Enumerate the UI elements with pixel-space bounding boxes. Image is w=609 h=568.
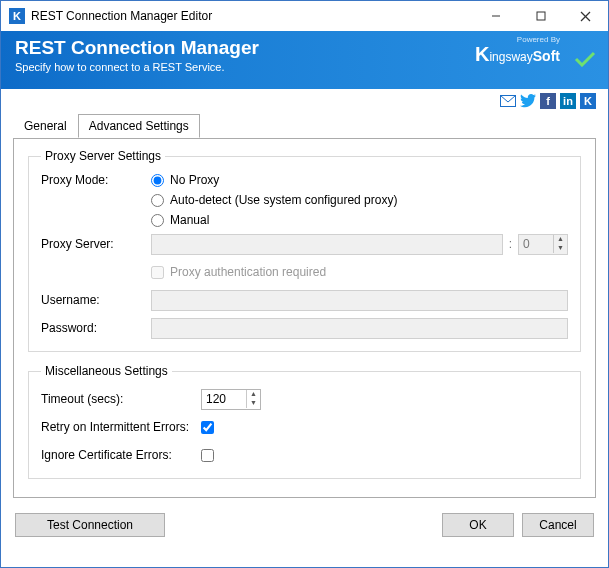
timeout-step-down-icon[interactable]: ▼	[247, 399, 260, 408]
tab-content: Proxy Server Settings Proxy Mode: No Pro…	[13, 138, 596, 498]
linkedin-icon[interactable]: in	[560, 93, 576, 109]
window-controls	[473, 1, 608, 31]
port-step-up-icon[interactable]: ▲	[554, 235, 567, 244]
proxy-auth-checkbox[interactable]	[151, 266, 164, 279]
username-input[interactable]	[151, 290, 568, 311]
ignore-cert-checkbox[interactable]	[201, 449, 214, 462]
radio-manual-input[interactable]	[151, 214, 164, 227]
radio-auto-detect-input[interactable]	[151, 194, 164, 207]
retry-checkbox[interactable]	[201, 421, 214, 434]
proxy-legend: Proxy Server Settings	[41, 149, 165, 163]
check-badge-icon	[574, 51, 596, 67]
password-label: Password:	[41, 321, 151, 335]
app-icon: K	[9, 8, 25, 24]
kingsway-icon[interactable]: K	[580, 93, 596, 109]
proxy-server-label: Proxy Server:	[41, 237, 151, 251]
proxy-auth-required[interactable]: Proxy authentication required	[151, 265, 326, 279]
proxy-mode-label: Proxy Mode:	[41, 173, 151, 187]
ignore-cert-label: Ignore Certificate Errors:	[41, 448, 201, 462]
port-separator: :	[503, 237, 518, 251]
proxy-server-input[interactable]	[151, 234, 503, 255]
footer: Test Connection OK Cancel	[1, 508, 608, 548]
social-bar: f in K	[1, 89, 608, 113]
username-label: Username:	[41, 293, 151, 307]
header-banner: REST Connection Manager Specify how to c…	[1, 31, 608, 89]
radio-auto-detect[interactable]: Auto-detect (Use system configured proxy…	[151, 193, 397, 207]
minimize-button[interactable]	[473, 1, 518, 31]
tab-advanced-settings[interactable]: Advanced Settings	[78, 114, 200, 138]
mail-icon[interactable]	[500, 93, 516, 109]
radio-no-proxy[interactable]: No Proxy	[151, 173, 397, 187]
close-button[interactable]	[563, 1, 608, 31]
ok-button[interactable]: OK	[442, 513, 514, 537]
cancel-button[interactable]: Cancel	[522, 513, 594, 537]
timeout-step-up-icon[interactable]: ▲	[247, 390, 260, 399]
radio-no-proxy-input[interactable]	[151, 174, 164, 187]
proxy-settings-group: Proxy Server Settings Proxy Mode: No Pro…	[28, 149, 581, 352]
maximize-button[interactable]	[518, 1, 563, 31]
tab-bar: General Advanced Settings	[1, 113, 608, 138]
proxy-port-stepper[interactable]: ▲ ▼	[518, 234, 568, 255]
test-connection-button[interactable]: Test Connection	[15, 513, 165, 537]
retry-label: Retry on Intermittent Errors:	[41, 420, 201, 434]
proxy-port-input[interactable]	[519, 235, 553, 254]
timeout-stepper[interactable]: ▲ ▼	[201, 389, 261, 410]
timeout-input[interactable]	[202, 390, 246, 409]
facebook-icon[interactable]: f	[540, 93, 556, 109]
tab-general[interactable]: General	[13, 114, 78, 138]
timeout-label: Timeout (secs):	[41, 392, 201, 406]
port-step-down-icon[interactable]: ▼	[554, 244, 567, 253]
twitter-icon[interactable]	[520, 93, 536, 109]
password-input[interactable]	[151, 318, 568, 339]
radio-manual[interactable]: Manual	[151, 213, 397, 227]
misc-legend: Miscellaneous Settings	[41, 364, 172, 378]
kingswaysoft-logo: KingswaySoft	[475, 43, 560, 66]
window-title: REST Connection Manager Editor	[31, 9, 473, 23]
svg-rect-1	[537, 12, 545, 20]
titlebar: K REST Connection Manager Editor	[1, 1, 608, 31]
misc-settings-group: Miscellaneous Settings Timeout (secs): ▲…	[28, 364, 581, 479]
